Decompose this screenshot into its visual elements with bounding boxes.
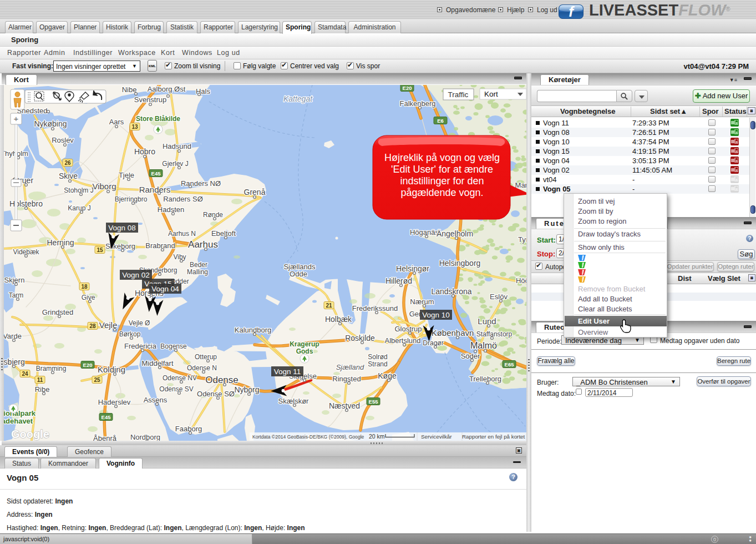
svg-text:pågældende vogn.: pågældende vogn.: [400, 187, 483, 198]
svg-text:Hillerød: Hillerød: [385, 276, 412, 285]
svg-text:Vogn 04: Vogn 04: [151, 285, 179, 293]
svg-text:Trelleborg: Trelleborg: [469, 375, 501, 383]
svg-text:Frederikssund: Frederikssund: [352, 304, 398, 313]
svg-text:Odense: Odense: [205, 375, 239, 385]
svg-text:E55: E55: [369, 399, 379, 405]
svg-text:tionalpark: tionalpark: [4, 409, 36, 417]
svg-text:Fredericia: Fredericia: [124, 342, 157, 350]
svg-text:Odense SØ: Odense SØ: [197, 390, 235, 398]
svg-text:Kalundborg: Kalundborg: [235, 326, 272, 334]
svg-text:E65: E65: [505, 361, 515, 367]
svg-text:Herning: Herning: [47, 238, 74, 247]
svg-text:Glostrup: Glostrup: [394, 325, 422, 333]
svg-text:Kortdata ©2014 GeoBasis-DE/BKG: Kortdata ©2014 GeoBasis-DE/BKG (©2009), …: [252, 434, 364, 440]
svg-text:Børkop: Børkop: [119, 330, 141, 338]
svg-text:Vogn 08: Vogn 08: [108, 224, 136, 232]
svg-text:Faaborg: Faaborg: [175, 425, 202, 433]
svg-text:Sjælland: Sjælland: [336, 363, 364, 371]
svg-text:Dragør: Dragør: [423, 339, 443, 347]
svg-text:Rønde: Rønde: [203, 211, 223, 219]
svg-text:'Edit User' for at ændre: 'Edit User' for at ændre: [391, 164, 493, 175]
svg-text:18: 18: [81, 284, 88, 290]
svg-text:Give: Give: [82, 294, 95, 301]
svg-text:Helsingør: Helsingør: [396, 264, 429, 273]
svg-text:Traffic: Traffic: [448, 90, 469, 99]
svg-text:Næstved: Næstved: [329, 401, 360, 410]
svg-text:Kattegat: Kattegat: [283, 94, 313, 103]
svg-text:Söder: Söder: [461, 352, 480, 360]
svg-text:Google: Google: [11, 428, 49, 440]
svg-text:Aarhus: Aarhus: [188, 239, 218, 250]
svg-text:Hobro: Hobro: [134, 147, 155, 156]
svg-text:Aarhus N: Aarhus N: [168, 230, 196, 238]
svg-text:Beder: Beder: [190, 261, 207, 269]
svg-text:E45: E45: [102, 414, 111, 420]
svg-text:Vogn 11: Vogn 11: [274, 367, 301, 376]
svg-text:Randers SØ: Randers SØ: [163, 195, 203, 203]
svg-text:Vogn 10: Vogn 10: [422, 311, 450, 319]
svg-text:Assens: Assens: [144, 396, 168, 404]
svg-text:Hadsten: Hadsten: [158, 205, 184, 214]
svg-text:Bjerringbro: Bjerringbro: [115, 195, 148, 203]
svg-text:E6: E6: [437, 118, 444, 124]
svg-text:Randers NØ: Randers NØ: [181, 179, 221, 188]
svg-text:Gjerlev J: Gjerlev J: [162, 160, 188, 168]
svg-text:Karup J: Karup J: [68, 204, 90, 212]
svg-text:Bramming: Bramming: [36, 365, 67, 372]
svg-text:Odde: Odde: [290, 270, 307, 278]
svg-text:Nordborg: Nordborg: [130, 433, 160, 441]
svg-text:Odense NV: Odense NV: [163, 374, 197, 382]
svg-text:Højreklik på vogn og vælg: Højreklik på vogn og vælg: [384, 152, 500, 163]
svg-text:Grindsted: Grindsted: [42, 308, 73, 316]
svg-text:Silkeborg: Silkeborg: [105, 242, 135, 250]
svg-text:Varde: Varde: [4, 332, 22, 340]
svg-text:Brabrand: Brabrand: [145, 241, 175, 250]
svg-text:Strand: Strand: [368, 360, 387, 368]
svg-text:+: +: [14, 114, 19, 123]
svg-text:Tyrin: Tyrin: [518, 235, 526, 244]
svg-text:Höör: Höör: [516, 276, 526, 285]
svg-text:Roskilde: Roskilde: [345, 334, 375, 342]
svg-text:Rapporter en fejl på kortet: Rapporter en fejl på kortet: [462, 434, 525, 440]
svg-text:Bogense: Bogense: [160, 342, 187, 350]
svg-text:Tjele: Tjele: [119, 171, 134, 179]
svg-text:København: København: [432, 328, 474, 338]
svg-text:Höganäs: Höganäs: [410, 228, 439, 236]
svg-text:Svenstrup: Svenstrup: [134, 95, 167, 104]
svg-text:Lund: Lund: [478, 316, 496, 326]
svg-text:Albertslund: Albertslund: [384, 336, 420, 345]
svg-text:Ringsted: Ringsted: [332, 375, 361, 383]
svg-text:Hadsund: Hadsund: [163, 142, 191, 150]
svg-text:Haderslev: Haderslev: [98, 398, 131, 406]
svg-text:Servicevilkår: Servicevilkår: [421, 434, 452, 440]
svg-text:Grenå: Grenå: [244, 188, 266, 197]
svg-text:Otterup: Otterup: [195, 353, 217, 361]
svg-text:Skive: Skive: [59, 172, 78, 180]
svg-text:13: 13: [131, 124, 138, 130]
svg-text:Holbæk: Holbæk: [325, 315, 352, 324]
svg-text:Vejle Ø: Vejle Ø: [129, 319, 150, 327]
svg-text:24: 24: [22, 371, 28, 377]
svg-text:Skjern: Skjern: [4, 276, 25, 284]
svg-text:Køge: Køge: [378, 371, 397, 380]
svg-text:25: 25: [94, 377, 100, 383]
svg-text:indstillinger for den: indstillinger for den: [400, 175, 484, 187]
svg-text:Nykøbing: Nykøbing: [34, 119, 67, 128]
svg-text:Ribe: Ribe: [35, 385, 50, 394]
svg-text:Roslev: Roslev: [52, 136, 74, 144]
svg-text:Nibe: Nibe: [122, 85, 137, 94]
svg-text:Randers: Randers: [139, 185, 171, 194]
svg-text:26: 26: [64, 160, 71, 166]
svg-text:Ängelholm: Ängelholm: [437, 229, 473, 238]
svg-text:Aars: Aars: [109, 118, 124, 126]
svg-text:Landskrona: Landskrona: [431, 287, 471, 296]
svg-text:20 km: 20 km: [369, 433, 385, 440]
svg-text:Nærum: Nærum: [410, 298, 434, 306]
svg-text:28: 28: [89, 323, 96, 329]
svg-text:Helsingborg: Helsingborg: [439, 259, 481, 268]
svg-text:Kort: Kort: [484, 90, 498, 98]
svg-text:Staffanstorp: Staffanstorp: [476, 330, 513, 338]
svg-text:Eslöv: Eslöv: [490, 293, 508, 301]
svg-text:Middelfart: Middelfart: [141, 359, 173, 367]
svg-text:Odense N: Odense N: [187, 364, 217, 372]
